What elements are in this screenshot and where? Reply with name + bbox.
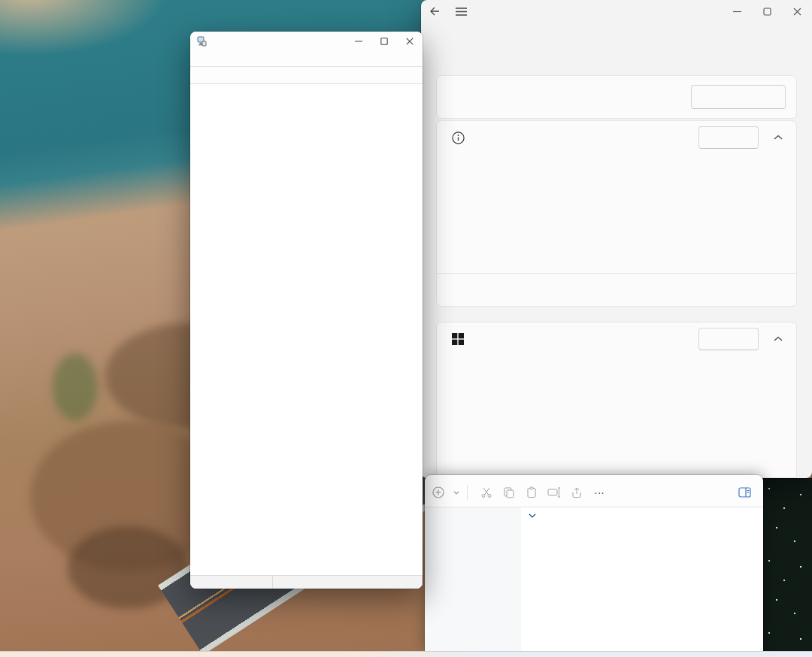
details-pane-button[interactable] (738, 487, 756, 498)
device-manager-menubar (190, 51, 423, 66)
device-spec-header[interactable] (437, 121, 796, 154)
info-icon (452, 132, 465, 144)
chevron-up-icon[interactable] (774, 336, 783, 342)
device-manager-titlebar (190, 32, 423, 51)
wallpaper-night-sky (762, 478, 812, 652)
hamburger-menu-icon[interactable] (448, 3, 474, 20)
new-item-button[interactable] (432, 486, 459, 498)
explorer-window: ··· (425, 475, 763, 651)
close-icon[interactable] (397, 32, 423, 50)
maximize-icon[interactable] (752, 3, 782, 20)
windows-logo-icon (452, 333, 464, 345)
status-bar (190, 575, 423, 589)
device-spec-card (436, 120, 797, 307)
chevron-down-icon (453, 491, 459, 495)
settings-titlebar (421, 0, 812, 23)
maximize-icon[interactable] (371, 32, 397, 50)
device-manager-app-icon (196, 36, 207, 47)
windows-spec-card (436, 322, 797, 478)
desktop-icon-grid (0, 0, 195, 496)
share-icon[interactable] (565, 483, 588, 502)
chevron-down-icon (529, 513, 536, 519)
copy-icon[interactable] (498, 483, 520, 502)
explorer-toolbar: ··· (425, 480, 763, 505)
minimize-icon[interactable] (722, 3, 752, 20)
device-manager-toolbar (190, 66, 423, 84)
explorer-content (521, 507, 763, 651)
device-name-card (436, 75, 797, 119)
chevron-up-icon[interactable] (774, 135, 783, 141)
close-icon[interactable] (782, 3, 812, 20)
explorer-sidebar (425, 507, 521, 651)
more-options-icon[interactable]: ··· (588, 483, 611, 502)
device-tree (190, 85, 423, 575)
rename-icon[interactable] (543, 483, 565, 502)
device-manager-window (190, 32, 423, 589)
details-pane-icon (738, 487, 751, 498)
copy-windows-spec-button[interactable] (698, 328, 759, 350)
devices-and-drives-group[interactable] (529, 513, 541, 519)
back-icon[interactable] (421, 3, 448, 20)
copy-device-spec-button[interactable] (698, 126, 759, 149)
taskbar[interactable] (0, 651, 812, 657)
paste-icon[interactable] (520, 483, 543, 502)
minimize-icon[interactable] (346, 32, 371, 50)
plus-circle-icon (432, 486, 444, 498)
settings-window (421, 0, 812, 478)
windows-spec-header[interactable] (437, 322, 796, 356)
rename-pc-button[interactable] (691, 85, 786, 109)
cut-icon[interactable] (475, 483, 498, 502)
